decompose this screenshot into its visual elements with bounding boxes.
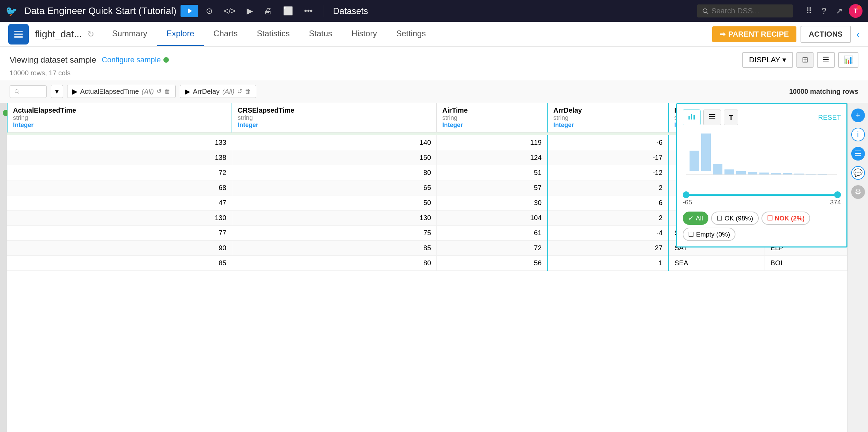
range-handle-left[interactable] [683,191,690,198]
filter-dropdown-button[interactable]: ▾ [51,85,63,98]
analytics-btn[interactable]: ↗ [832,4,846,18]
histogram-tab[interactable] [683,110,700,125]
tab-explore[interactable]: Explore [157,22,204,46]
svg-rect-6 [691,114,692,120]
filter-remove-actualelapsedtime[interactable]: 🗑 [164,88,171,95]
arrdelay-filter-panel: T RESET [676,103,847,247]
flow-btn[interactable] [181,5,198,17]
filter-search-input[interactable] [22,88,42,96]
quality-nok-chip[interactable]: ☐ NOK (2%) [761,212,810,225]
list-tab[interactable] [703,110,721,125]
svg-point-1 [703,9,707,13]
svg-line-4 [18,92,19,94]
quality-empty-chip[interactable]: ☐ Empty (0%) [683,228,735,241]
range-slider[interactable]: -65 374 [683,188,841,207]
filterbar: ▾ ▶ ActualElapsedTime (All) ↺ 🗑 ▶ ArrDel… [0,80,868,103]
help-btn[interactable]: ? [818,4,830,18]
dashboard-btn[interactable]: ⬜ [280,4,297,18]
reset-filter-button[interactable]: RESET [818,110,841,125]
range-track [683,194,841,196]
svg-rect-16 [748,172,757,175]
target-btn[interactable]: ⊙ [202,4,216,18]
search-box [697,4,793,17]
search-input[interactable] [711,7,780,15]
refresh-icon[interactable]: ↻ [87,29,94,39]
filter-chip-arrdelay: ▶ ArrDelay (All) ↺ 🗑 [180,85,256,98]
comment-button[interactable]: 💬 [851,166,865,180]
deploy-btn[interactable]: 🖨 [260,4,275,18]
actions-button[interactable]: ACTIONS [801,26,851,43]
filter-reset-actualelapsedtime[interactable]: ↺ [157,88,162,95]
svg-point-3 [15,90,18,93]
range-labels: -65 374 [683,199,841,206]
column-search-box [10,85,47,98]
topbar-right: ⠿ ? ↗ T [803,4,863,18]
more-btn[interactable]: ••• [301,4,316,18]
range-min-label: -65 [683,199,692,206]
sample-status-dot [163,57,169,63]
svg-rect-10 [709,118,715,119]
run-btn[interactable]: ▶ [243,4,256,18]
dataset-logo [8,24,29,45]
quality-all-chip[interactable]: ✓ All [683,212,708,225]
display-button[interactable]: DISPLAY ▾ [742,52,793,68]
parent-recipe-button[interactable]: ➡ PARENT RECIPE [712,26,796,42]
svg-rect-14 [724,169,734,175]
range-handle-right[interactable] [834,191,841,198]
toolbar-top: Viewing dataset sample Configure sample … [10,52,858,68]
display-controls: DISPLAY ▾ ⊞ ☰ 📊 [742,52,858,68]
quality-ok-chip[interactable]: ☐ OK (98%) [711,212,758,225]
svg-rect-12 [701,134,711,171]
tab-status[interactable]: Status [299,22,342,46]
filter-reset-arrdelay[interactable]: ↺ [237,88,242,95]
info-button[interactable]: i [851,128,865,141]
cell-airtime: 119 [437,135,548,150]
tab-summary[interactable]: Summary [102,22,157,46]
col-header-airtime[interactable]: AirTime string Integer [437,103,548,132]
svg-rect-17 [759,173,769,175]
svg-rect-13 [713,164,722,175]
list-view-sidebar-button[interactable]: ☰ [851,147,865,161]
separator [323,5,323,17]
matching-rows-label: 10000 matching rows [789,88,858,96]
left-resize-handle[interactable] [0,103,7,432]
toolbar: Viewing dataset sample Configure sample … [0,47,868,80]
tab-history[interactable]: History [342,22,387,46]
chart-view-button[interactable]: 📊 [838,52,858,68]
search-icon [702,8,709,14]
grid-btn[interactable]: ⠿ [803,4,816,18]
filter-panel-tabs: T RESET [683,110,841,125]
collapse-button[interactable]: ‹ [856,28,860,40]
cell-actualelapsedtime: 133 [7,135,232,150]
svg-rect-19 [783,173,792,175]
grid-view-button[interactable]: ⊞ [796,52,814,68]
filter-remove-arrdelay[interactable]: 🗑 [245,88,251,95]
quality-filter-row: ✓ All ☐ OK (98%) ☐ NOK (2%) ☐ Empty (0%) [683,212,841,241]
range-max-label: 374 [830,199,841,206]
text-tab[interactable]: T [724,110,738,125]
svg-line-2 [706,12,708,14]
tab-settings[interactable]: Settings [386,22,435,46]
col-header-arrdelay[interactable]: ArrDelay string Integer [548,103,669,132]
help-wrap: ? [818,4,830,18]
avatar-wrap: T [849,4,863,18]
tab-charts[interactable]: Charts [204,22,247,46]
section-label: Datasets [333,6,368,16]
notification-dot [857,5,861,10]
svg-rect-11 [690,151,699,171]
tab-statistics[interactable]: Statistics [247,22,299,46]
cell-arrdelay: -6 [548,135,669,150]
svg-rect-15 [736,171,746,175]
col-header-actualelapsedtime[interactable]: ActualElapsedTime string Integer [7,103,232,132]
col-header-crselapsedtime[interactable]: CRSElapsedTime string Integer [232,103,437,132]
cell-crselapsedtime: 140 [232,135,437,150]
svg-marker-0 [188,8,192,14]
app-logo: 🐦 [5,5,17,17]
configure-sample-link[interactable]: Configure sample [102,55,161,64]
settings-sidebar-button[interactable]: ⚙ [851,185,865,199]
viewing-label: Viewing dataset sample [10,55,96,65]
code-btn[interactable]: </> [220,4,239,18]
table-row: 85 80 56 1 SEA BOI [7,255,847,270]
list-view-button[interactable]: ☰ [817,52,835,68]
add-button[interactable]: + [851,109,865,122]
